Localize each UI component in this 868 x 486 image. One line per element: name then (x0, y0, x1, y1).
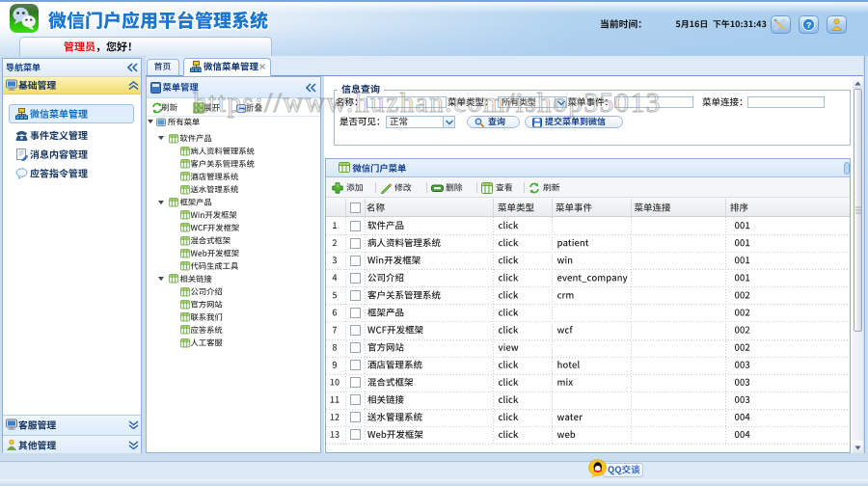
svg-text:?: ? (806, 20, 812, 30)
